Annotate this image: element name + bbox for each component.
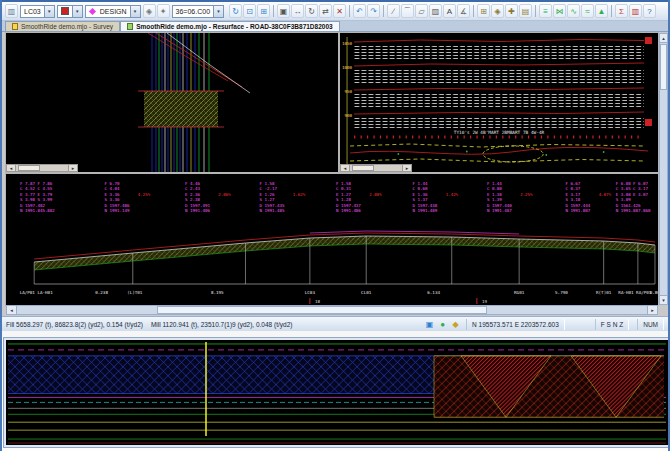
scroll-track[interactable] <box>350 165 402 171</box>
scroll-right-icon[interactable]: ▸ <box>68 165 77 171</box>
place-text-icon[interactable]: A <box>443 4 456 18</box>
hscroll-track[interactable] <box>17 306 647 314</box>
dropdown-arrow-icon[interactable]: ▼ <box>72 6 82 17</box>
active-level-icon[interactable]: ▥ <box>5 4 18 18</box>
dropdown-arrow-icon[interactable]: ▼ <box>213 6 223 17</box>
measure-distance-icon[interactable]: ∡ <box>457 4 470 18</box>
level-display-icon[interactable]: ▤ <box>519 4 532 18</box>
scroll-thumb[interactable] <box>18 165 40 171</box>
xs-annotation: N 1991.487 <box>487 208 512 213</box>
view-hscrollbar[interactable]: ◂ ▸ <box>340 164 412 172</box>
scroll-track[interactable] <box>16 165 68 171</box>
xs-annotation: D 1597.437 <box>336 203 361 208</box>
snap-lock-icon[interactable]: ◈ <box>491 4 504 18</box>
xs-annotation: N 1991.406 <box>185 208 210 213</box>
scroll-left-icon[interactable]: ◂ <box>7 165 16 171</box>
active-level-value: LC03 <box>21 8 44 15</box>
toolbar-separator <box>383 5 384 17</box>
tab-survey[interactable]: SmoothRide demo.mjo - Survey <box>5 21 120 31</box>
cross-section-stack-window[interactable]: TY10's 2W 4B'MART 2BMBART 7B 4W-4R 10501… <box>340 33 658 172</box>
superelevation-icon[interactable]: ≈ <box>581 4 594 18</box>
feature-label: LC03 <box>305 290 316 295</box>
vscroll-thumb[interactable] <box>660 44 667 90</box>
scroll-right-icon[interactable]: ▸ <box>402 165 411 171</box>
view-hscrollbar[interactable]: ◂ ▸ <box>6 164 78 172</box>
fit-view-icon[interactable]: ⊡ <box>243 4 256 18</box>
xs-annotation: F 7.87 F 7.86 <box>20 181 53 186</box>
active-color-combo[interactable]: ▼ <box>57 5 83 18</box>
xs-annotation: N 1991.845.882 <box>20 208 55 213</box>
section-canvas[interactable]: F 7.87 F 7.86C 4.52 C 4.55E 3.77 E 3.79S… <box>6 174 658 305</box>
active-level-combo[interactable]: LC03 ▼ <box>20 5 55 18</box>
dropdown-arrow-icon[interactable]: ▼ <box>44 6 54 17</box>
copy-element-icon[interactable]: ▣ <box>277 4 290 18</box>
hscroll-thumb[interactable] <box>157 306 487 314</box>
place-arc-icon[interactable]: ⌒ <box>401 4 414 18</box>
lock-flags: F S N Z <box>595 319 629 330</box>
xs-annotation: E 1.38 <box>487 192 502 197</box>
grid-lock-icon[interactable]: ⊞ <box>477 4 490 18</box>
feature-label: 0.868 <box>650 290 658 295</box>
section-detail-window[interactable]: F 7.87 F 7.86C 4.52 C 4.55E 3.77 E 3.79S… <box>6 174 658 305</box>
plan-view-window[interactable]: ◂ ▸ <box>6 33 338 172</box>
corridor-tool-icon[interactable]: ∿ <box>567 4 580 18</box>
style-diamond-icon <box>89 7 96 14</box>
help-icon[interactable]: ? <box>643 4 656 18</box>
view-status-icon[interactable]: ▣ <box>424 319 435 330</box>
model-combo[interactable]: 36=06.C00 ▼ <box>172 5 224 18</box>
toolbar-lead-icons: ▥ <box>5 4 18 18</box>
cross-section-report-icon[interactable]: ▥ <box>629 4 642 18</box>
xs-annotation: F 1.44 <box>412 181 427 186</box>
roadway-designer-icon[interactable]: ≡ <box>539 4 552 18</box>
place-line-icon[interactable]: ∕ <box>387 4 400 18</box>
scroll-right-icon[interactable]: ▸ <box>647 306 657 314</box>
scroll-up-icon[interactable]: ▴ <box>660 34 667 43</box>
horizontal-scrollbar[interactable]: ◂ ▸ <box>6 305 658 315</box>
update-view-icon[interactable]: ↻ <box>229 4 242 18</box>
scroll-left-icon[interactable]: ◂ <box>341 165 350 171</box>
mill-quantity-readout: Mill 1120.941 (t), 23510.7(1)9 (yd2), 0.… <box>151 321 293 328</box>
template-editor-icon[interactable]: ⋈ <box>553 4 566 18</box>
dropdown-arrow-icon[interactable]: ▼ <box>130 6 140 17</box>
scroll-left-icon[interactable]: ◂ <box>7 306 17 314</box>
xs-annotation: S 3.98 S 3.99 <box>20 197 53 202</box>
mirror-element-icon[interactable]: ⇄ <box>319 4 332 18</box>
slope-annotation: 1.62% <box>293 192 306 197</box>
station-label: 950 <box>344 89 352 94</box>
scroll-thumb[interactable] <box>352 165 374 171</box>
slope-annotation: 2.25% <box>520 192 533 197</box>
annotation-scale-toggle-icon[interactable]: ✦ <box>157 4 170 18</box>
feature-label: 0.238 <box>95 290 108 295</box>
quantities-report-icon[interactable]: Σ <box>615 4 628 18</box>
slope-annotation: 2.06% <box>218 192 231 197</box>
delete-element-icon[interactable]: ✕ <box>333 4 346 18</box>
active-model-status-icon[interactable]: ● <box>437 319 448 330</box>
corridor-plan-window[interactable] <box>3 337 670 448</box>
scroll-down-icon[interactable]: ▾ <box>660 295 667 304</box>
station-label: 1050 <box>342 41 353 46</box>
corridor-plan-canvas[interactable] <box>6 340 668 445</box>
axis-lock-icon[interactable]: ✚ <box>505 4 518 18</box>
typical-section-note: TY10's 2W 4B'MART 2BMBART 7B 4W-4R <box>454 130 545 135</box>
symbology-combo[interactable]: DESIGN ▼ <box>85 5 141 18</box>
lock-toggle-icon[interactable]: ◈ <box>143 4 156 18</box>
window-area-icon[interactable]: ⊞ <box>257 4 270 18</box>
place-shape-icon[interactable]: ▱ <box>415 4 428 18</box>
xs-annotation: C 0.80 <box>487 186 502 191</box>
plan-view-canvas[interactable] <box>6 33 338 172</box>
move-element-icon[interactable]: ↔ <box>291 4 304 18</box>
redo-icon[interactable]: ↷ <box>367 4 380 18</box>
hatch-area-icon[interactable]: ▨ <box>429 4 442 18</box>
rotate-element-icon[interactable]: ↻ <box>305 4 318 18</box>
tab-resurface[interactable]: SmoothRide demo.mjo - Resurface - ROAD-3… <box>120 21 340 31</box>
xs-annotation: E 3.36 <box>105 192 120 197</box>
vertical-scrollbar[interactable]: ▴ ▾ <box>659 33 668 305</box>
feature-label: RA-H01 RA/P01 <box>618 290 651 295</box>
fill-quantity-readout: Fill 5658.297 (t), 86823.8(2) (yd2), 0.1… <box>6 321 143 328</box>
terrain-model-icon[interactable]: ▲ <box>595 4 608 18</box>
snap-mode-status-icon[interactable]: ◆ <box>450 319 461 330</box>
xs-annotation: C 2.43 <box>185 186 200 191</box>
toolbar-separator <box>611 5 612 17</box>
xs-stack-canvas[interactable]: TY10's 2W 4B'MART 2BMBART 7B 4W-4R 10501… <box>340 33 658 172</box>
undo-icon[interactable]: ↶ <box>353 4 366 18</box>
